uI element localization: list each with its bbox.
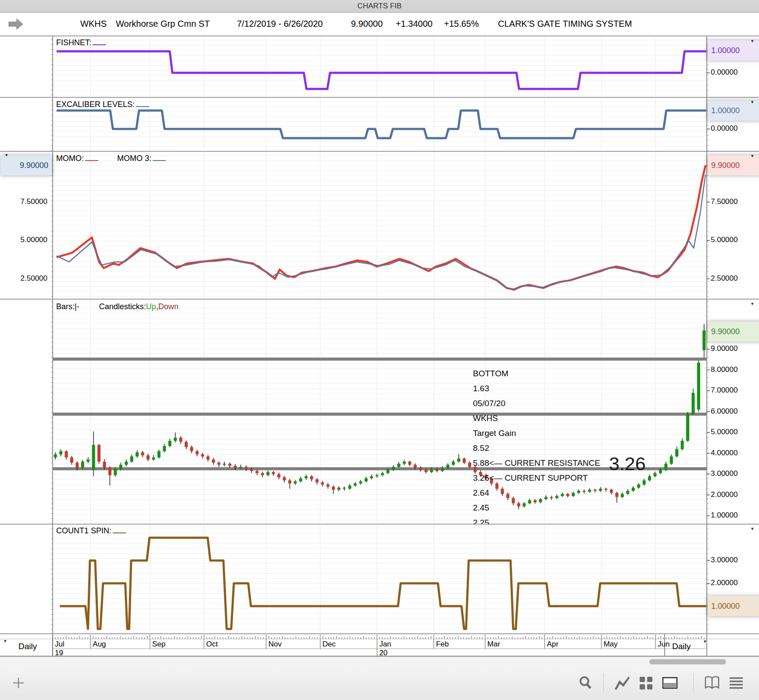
grid-icon[interactable]: [637, 674, 655, 692]
candle-body: [392, 467, 395, 470]
axis-label: 7.50000: [0, 197, 47, 206]
count1-color-swatch[interactable]: [113, 527, 126, 533]
candle-body: [86, 460, 90, 462]
candle-body: [65, 451, 68, 457]
candle-body: [299, 479, 302, 482]
candle-body: [185, 442, 188, 447]
candle-body: [452, 462, 455, 465]
daily-right-dropdown-icon[interactable]: ▾: [704, 639, 706, 643]
axis-label: 1.00000: [711, 511, 738, 520]
timeframe-left[interactable]: Daily: [18, 642, 37, 651]
candle-body: [446, 465, 449, 468]
count1-value-badge: 1.00000: [708, 596, 759, 616]
candle-body: [359, 482, 362, 484]
candle-body: [315, 479, 319, 482]
candle-body: [681, 441, 684, 449]
candle-body: [217, 463, 220, 465]
fishnet-color-swatch[interactable]: [93, 39, 106, 45]
month-label-aug: Aug: [93, 640, 106, 649]
timeframe-right[interactable]: Daily: [672, 642, 691, 651]
candle-body: [354, 483, 357, 486]
momo-dropdown-icon[interactable]: ▾: [751, 154, 754, 158]
up-color-swatch[interactable]: Up: [146, 302, 156, 311]
candle-body: [675, 449, 678, 457]
price-dropdown-icon[interactable]: ▾: [751, 301, 754, 306]
candle-body: [457, 458, 460, 461]
candle-body: [141, 452, 144, 455]
month-label-jul: Jul: [55, 640, 64, 649]
momo-color-swatch[interactable]: [85, 155, 98, 161]
annotation-line: 1.63: [473, 381, 657, 396]
line-chart-icon[interactable]: [613, 674, 631, 692]
fishnet-dropdown-icon[interactable]: ▾: [751, 39, 754, 43]
annotation-line: 2.64: [473, 486, 657, 500]
annotation-line: 2.25: [473, 515, 657, 524]
momo-value-badge-left: 9.90000: [0, 155, 52, 175]
axis-label: 4.00000: [711, 449, 738, 457]
candle-body: [136, 452, 139, 457]
price-annotations: BOTTOM1.6305/07/20WKHSTarget Gain8.525.8…: [473, 366, 657, 524]
candle-body: [168, 441, 172, 446]
candle-body: [255, 471, 258, 473]
axis-label: 2.50000: [0, 274, 47, 283]
candle-body: [414, 465, 417, 468]
candle-body: [419, 468, 422, 470]
momo-label: MOMO: MOMO 3:: [56, 154, 166, 163]
candle-body: [310, 476, 313, 479]
excaliber-color-swatch[interactable]: [136, 101, 149, 107]
down-color-swatch[interactable]: Down: [158, 302, 179, 311]
candle-body: [435, 469, 438, 471]
candle-body: [147, 455, 150, 460]
support-price-big-label: 3.26: [609, 453, 646, 475]
candle-body: [376, 475, 379, 476]
menu-lines-icon[interactable]: [727, 674, 745, 692]
momo3-color-swatch[interactable]: [153, 155, 166, 161]
candle-body: [670, 457, 673, 464]
candle-body: [119, 465, 122, 469]
candle-body: [196, 451, 199, 454]
candle-body: [381, 473, 384, 475]
toolbar-divider: [693, 673, 694, 693]
axis-label: 8.00000: [711, 365, 738, 374]
candle-body: [81, 462, 84, 468]
book-icon[interactable]: [703, 674, 721, 692]
candle-body: [304, 476, 308, 479]
candle-body: [321, 482, 324, 485]
candle-body: [337, 488, 340, 490]
excaliber-line: [57, 111, 706, 138]
candle-body: [365, 479, 368, 482]
axis-label: 5.00000: [711, 236, 738, 244]
search-icon[interactable]: [577, 674, 594, 692]
excaliber-dropdown-icon[interactable]: ▾: [751, 100, 754, 104]
count1-dropdown-icon[interactable]: ▾: [751, 526, 754, 531]
candle-body: [245, 467, 248, 469]
scrollbar-thumb[interactable]: [649, 659, 726, 664]
month-label-jun: Jun: [658, 640, 669, 649]
candle-body: [212, 460, 215, 463]
candle-body: [348, 486, 351, 489]
bottom-toolbar: [0, 666, 759, 700]
candle-body: [234, 466, 237, 468]
horizontal-scrollbar[interactable]: [0, 657, 759, 667]
layout-panel-icon[interactable]: [661, 674, 679, 692]
daily-left-dropdown-icon[interactable]: ▾: [4, 639, 7, 643]
candle-body: [686, 414, 689, 441]
year-label-19: 19: [55, 649, 63, 657]
year-label-20: 20: [379, 649, 387, 657]
candle-body: [223, 464, 226, 464]
candle-body: [75, 463, 79, 468]
candle-body: [294, 482, 297, 484]
add-icon[interactable]: [10, 674, 27, 692]
month-label-jan: Jan: [379, 640, 391, 649]
axis-label: 3.00000: [711, 556, 738, 564]
annotation-line: WKHS: [473, 411, 657, 426]
candle-body: [702, 330, 705, 350]
price-value-badge: 9.90000: [708, 321, 759, 342]
candle-body: [463, 458, 466, 463]
fishnet-line: [57, 51, 706, 89]
axis-label: 2.50000: [711, 274, 738, 283]
candle-body: [239, 467, 242, 468]
momo-left-dropdown-icon[interactable]: ▾: [5, 153, 8, 157]
count1-label: COUNT1 SPIN:: [56, 526, 126, 536]
candle-body: [103, 462, 106, 468]
